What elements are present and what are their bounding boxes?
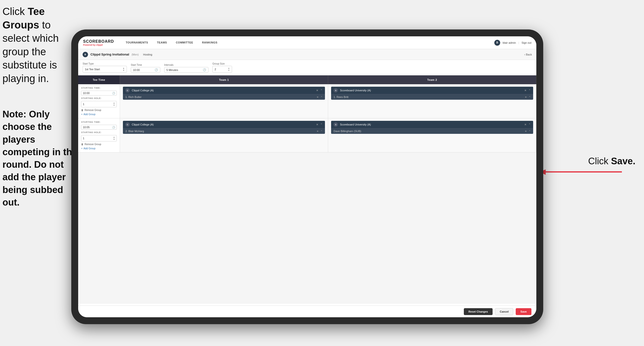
signout-link[interactable]: Sign out	[522, 41, 532, 44]
group-1-team1-card[interactable]: C Clippd College (A) ✕ ⌃ 1. Rich Butler	[123, 87, 325, 100]
hosting-label: Hosting	[143, 53, 152, 56]
group-1-team2-card[interactable]: S Scoreboard University (A) ✕ ⌃ 1. Rees …	[331, 87, 533, 100]
content-area[interactable]: STARTING TIME: 10:00 🕐 STARTING HOLE: 1 …	[78, 84, 536, 304]
tablet-frame: SCOREBOARD Powered by clippd TOURNAMENTS…	[71, 29, 543, 324]
start-type-label: Start Type	[82, 62, 127, 65]
group-1-team1-header-left: C Clippd College (A)	[125, 88, 154, 93]
hole-stepper-1[interactable]: ▲▼	[113, 102, 115, 106]
logo-powered: Powered by clippd	[83, 44, 114, 46]
main-instruction: Click Tee Groups to select which group t…	[2, 5, 79, 85]
group-2-team2-expand[interactable]: ⌃	[528, 123, 531, 126]
save-arrow	[538, 165, 624, 179]
nav-right: B blair admin | Sign out	[494, 40, 532, 46]
start-type-stepper[interactable]: ▲▼	[123, 67, 124, 71]
group-2-team2-header: S Scoreboard University (A) ✕ ⌃	[331, 121, 533, 128]
group-2-team2-remove[interactable]: ✕	[524, 123, 526, 126]
nav-committee[interactable]: COMMITTEE	[171, 36, 198, 49]
note-bold: Note: Only choose the players competing …	[2, 109, 77, 208]
starting-hole-label-2: STARTING HOLE:	[81, 131, 117, 134]
starting-time-input-1[interactable]: 10:00 🕐	[81, 91, 117, 95]
start-type-input[interactable]: 1st Tee Start ▲▼	[82, 66, 127, 73]
starting-hole-label-1: STARTING HOLE:	[81, 97, 117, 99]
group-1-team2-player-remove[interactable]: ✕	[525, 96, 527, 98]
group-2-team2-header-left: S Scoreboard University (A)	[334, 122, 371, 127]
group-2-team2-player-expand[interactable]: ⌃	[529, 130, 531, 133]
group-1-team1-header: C Clippd College (A) ✕ ⌃	[123, 87, 325, 94]
group-1-left-panel: STARTING TIME: 10:00 🕐 STARTING HOLE: 1 …	[78, 84, 120, 118]
group-2-team1-player-expand[interactable]: ⌃	[320, 130, 322, 133]
group-1-team1-expand[interactable]: ⌃	[320, 89, 322, 92]
group-1-team1-player-expand[interactable]: ⌃	[320, 96, 322, 98]
tee-groups-bold: Tee Groups	[2, 6, 45, 31]
group-2-left-panel: STARTING TIME: 10:05 🕐 STARTING HOLE: 1 …	[78, 118, 120, 152]
group-size-input[interactable]: 2 ▲▼	[212, 66, 232, 73]
plus-icon-2: +	[81, 147, 82, 150]
hole-stepper-2[interactable]: ▲▼	[113, 136, 115, 140]
group-size-stepper[interactable]: ▲▼	[228, 67, 230, 71]
group-1-team1-player: 1. Rich Butler ✕ ⌃	[123, 94, 325, 100]
intervals-input[interactable]: 5 Minutes 🕐	[164, 67, 208, 73]
start-time-label: Start Time	[131, 64, 160, 66]
group-2-team1-header-left: C Clippd College (A)	[125, 122, 154, 127]
th-tee-time: Tee Time	[78, 75, 120, 84]
group-1-team2-player-name: 1. Rees Britt	[334, 95, 348, 98]
logo-area: SCOREBOARD Powered by clippd	[83, 39, 114, 46]
table-header: Tee Time Team 1 Team 2	[78, 75, 536, 84]
group-1-team2-header: S Scoreboard University (A) ✕ ⌃	[331, 87, 533, 94]
nav-rankings[interactable]: RANKINGS	[198, 36, 222, 49]
save-button[interactable]: Save	[516, 308, 532, 315]
group-2-team2-cell: S Scoreboard University (A) ✕ ⌃ Dave Bil…	[328, 118, 536, 152]
group-2-team1-actions: ✕ ⌃	[316, 123, 322, 126]
tournament-title: Clippd Spring Invitational	[90, 52, 129, 56]
group-1-team1-name: Clippd College (A)	[132, 89, 154, 92]
group-2-team1-card[interactable]: C Clippd College (A) ✕ ⌃ 2. Blair McHarg	[123, 121, 325, 134]
group-2-team1-player-remove[interactable]: ✕	[316, 130, 318, 133]
group-2-team2-badge: S	[334, 122, 338, 127]
group-2-team1-player-actions: ✕ ⌃	[316, 130, 322, 133]
nav-items: TOURNAMENTS TEAMS COMMITTEE RANKINGS	[122, 36, 494, 49]
group-row-1: STARTING TIME: 10:00 🕐 STARTING HOLE: 1 …	[78, 84, 536, 118]
group-1-team1-cell: C Clippd College (A) ✕ ⌃ 1. Rich Butler	[120, 84, 328, 118]
group-2-team2-player-remove[interactable]: ✕	[525, 130, 527, 133]
sub-header: B Clippd Spring Invitational (Men) Hosti…	[78, 49, 536, 60]
start-type-field: Start Type 1st Tee Start ▲▼	[82, 62, 127, 73]
group-1-team1-player-actions: ✕ ⌃	[316, 96, 322, 98]
group-1-team2-remove[interactable]: ✕	[524, 89, 526, 92]
group-1-team1-player-remove[interactable]: ✕	[316, 96, 318, 98]
starting-hole-input-2[interactable]: 1 ▲▼	[81, 135, 117, 141]
starting-time-input-2[interactable]: 10:05 🕐	[81, 125, 117, 130]
back-button[interactable]: Back	[524, 53, 532, 56]
group-2-team2-actions: ✕ ⌃	[524, 123, 531, 126]
group-1-team2-name: Scoreboard University (A)	[340, 89, 371, 92]
user-name: blair admin	[503, 41, 516, 44]
start-time-input[interactable]: 10:00 🕐	[131, 67, 160, 73]
reset-changes-button[interactable]: Reset Changes	[464, 308, 492, 315]
add-group-1[interactable]: + Add Group	[81, 113, 117, 116]
trash-icon-2: 🗑	[81, 143, 84, 146]
time-icon-1: 🕐	[112, 92, 115, 94]
remove-group-2[interactable]: 🗑 Remove Group	[81, 143, 117, 146]
group-2-team1-expand[interactable]: ⌃	[320, 123, 322, 126]
add-group-2[interactable]: + Add Group	[81, 147, 117, 150]
group-2-team1-remove[interactable]: ✕	[316, 123, 318, 126]
click-save-instruction: Click Save.	[588, 156, 636, 166]
intervals-clock-icon: 🕐	[203, 68, 206, 71]
group-1-team2-player-expand[interactable]: ⌃	[529, 96, 531, 98]
group-1-team2-expand[interactable]: ⌃	[528, 89, 531, 92]
tablet-screen: SCOREBOARD Powered by clippd TOURNAMENTS…	[78, 36, 536, 317]
nav-teams[interactable]: TEAMS	[152, 36, 171, 49]
group-1-team1-badge: C	[125, 88, 130, 93]
intervals-label: Intervals	[164, 64, 208, 66]
group-2-team2-player-actions: ✕ ⌃	[525, 130, 531, 133]
cancel-button[interactable]: Cancel	[495, 308, 513, 315]
group-2-team2-card[interactable]: S Scoreboard University (A) ✕ ⌃ Dave Bil…	[331, 121, 533, 134]
nav-tournaments[interactable]: TOURNAMENTS	[122, 36, 153, 49]
remove-group-1[interactable]: 🗑 Remove Group	[81, 109, 117, 111]
group-2-team1-badge: C	[125, 122, 130, 127]
group-1-team2-player: 1. Rees Britt ✕ ⌃	[331, 94, 533, 100]
group-2-team1-name: Clippd College (A)	[132, 123, 154, 126]
group-1-team1-remove[interactable]: ✕	[316, 89, 318, 92]
starting-time-label-1: STARTING TIME:	[81, 87, 117, 89]
starting-hole-input-1[interactable]: 1 ▲▼	[81, 101, 117, 107]
group-1-team2-actions: ✕ ⌃	[524, 89, 531, 92]
